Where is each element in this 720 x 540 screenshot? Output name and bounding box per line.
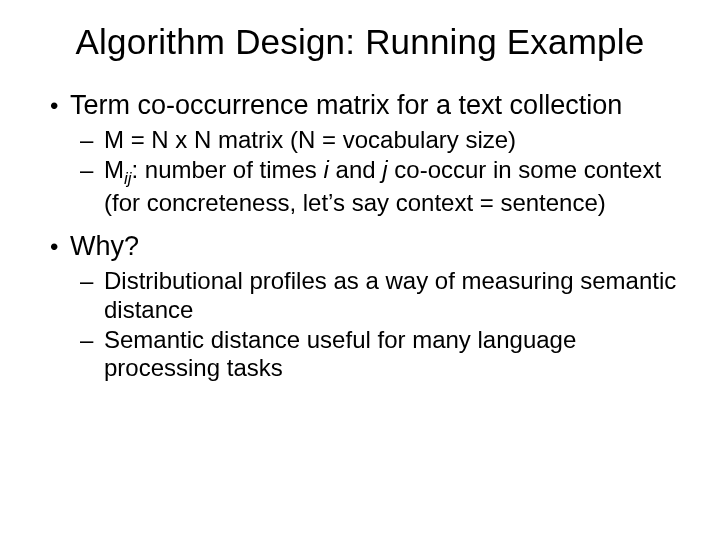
sub-bullet-text: Semantic distance useful for many langua… [104, 326, 576, 381]
sub-bullet-mij: Mij: number of times i and j co-occur in… [70, 156, 680, 217]
sub-bullet-text: M = N x N matrix (N = vocabulary size) [104, 126, 516, 153]
bullet-term-matrix: Term co-occurrence matrix for a text col… [40, 90, 680, 217]
slide-title: Algorithm Design: Running Example [40, 22, 680, 62]
bullet-why: Why? Distributional profiles as a way of… [40, 231, 680, 382]
sub-bullet-text: Distributional profiles as a way of meas… [104, 267, 676, 322]
sub-bullet-list: M = N x N matrix (N = vocabulary size) M… [70, 126, 680, 217]
bullet-text: Why? [70, 231, 139, 261]
mij-pre: M [104, 156, 124, 183]
bullet-list: Term co-occurrence matrix for a text col… [40, 90, 680, 396]
mij-mid2: and [329, 156, 382, 183]
sub-bullet-matrix-def: M = N x N matrix (N = vocabulary size) [70, 126, 680, 154]
slide: Algorithm Design: Running Example Term c… [0, 0, 720, 540]
sub-bullet-list: Distributional profiles as a way of meas… [70, 267, 680, 382]
sub-bullet-distributional: Distributional profiles as a way of meas… [70, 267, 680, 324]
sub-bullet-semantic-distance: Semantic distance useful for many langua… [70, 326, 680, 383]
mij-mid1: : number of times [131, 156, 323, 183]
bullet-text: Term co-occurrence matrix for a text col… [70, 90, 622, 120]
